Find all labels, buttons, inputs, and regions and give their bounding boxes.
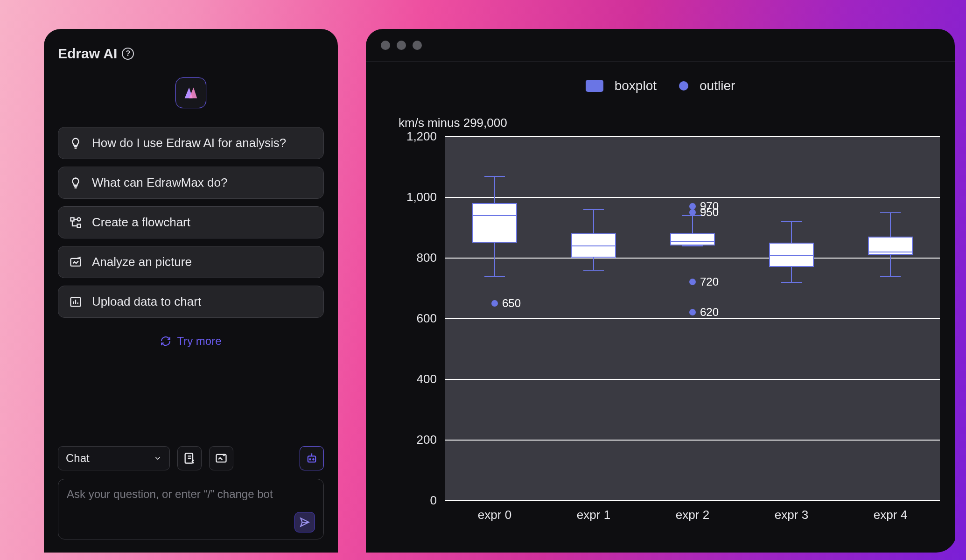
boxplot-4 (868, 136, 913, 500)
outlier-label: 720 (700, 275, 719, 288)
suggestion-label: What can EdrawMax do? (92, 175, 227, 190)
legend-label-outlier: outlier (700, 78, 735, 93)
legend-swatch-outlier (679, 81, 688, 91)
chart-upload-icon (69, 295, 83, 309)
suggestion-flowchart[interactable]: Create a flowchart (58, 206, 324, 238)
boxplot-3 (769, 136, 814, 500)
x-tick: expr 2 (676, 508, 709, 522)
suggestion-label: Create a flowchart (92, 215, 190, 230)
x-tick: expr 3 (775, 508, 808, 522)
refresh-icon (160, 336, 171, 347)
boxplot-0 (472, 136, 517, 500)
traffic-light-min[interactable] (397, 41, 406, 50)
chat-placeholder: Ask your question, or enter “/” change b… (67, 488, 315, 501)
svg-point-8 (309, 459, 310, 460)
legend-swatch-boxplot (586, 80, 603, 92)
try-more-link[interactable]: Try more (58, 335, 324, 348)
y-axis-title: km/s minus 299,000 (399, 116, 507, 130)
y-tick: 1,000 (399, 190, 437, 204)
y-tick: 400 (399, 372, 437, 386)
sidebar-title: Edraw AI ? (58, 46, 324, 62)
chat-input[interactable]: Ask your question, or enter “/” change b… (58, 479, 324, 539)
outlier-point (689, 209, 696, 216)
new-doc-button[interactable] (177, 446, 202, 470)
mode-select[interactable]: Chat (58, 446, 170, 470)
bottom-toolbar: Chat (58, 446, 324, 470)
x-tick: expr 0 (478, 508, 511, 522)
legend-label-boxplot: boxplot (615, 78, 657, 93)
chevron-down-icon (154, 454, 162, 462)
x-tick: expr 4 (874, 508, 907, 522)
bot-button[interactable] (300, 446, 324, 470)
y-tick: 0 (399, 493, 437, 508)
outlier-point (689, 279, 696, 285)
window-titlebar (366, 29, 955, 62)
y-tick: 600 (399, 311, 437, 326)
chart-window: boxplot outlier km/s minus 299,000 02004… (366, 29, 955, 553)
suggestion-label: Analyze an picture (92, 255, 192, 269)
suggestion-upload-chart[interactable]: Upload data to chart (58, 286, 324, 318)
svg-point-2 (77, 217, 81, 221)
y-tick: 200 (399, 433, 437, 447)
picture-check-icon (69, 255, 83, 269)
traffic-light-close[interactable] (381, 41, 390, 50)
suggestion-analyze-picture[interactable]: Analyze an picture (58, 246, 324, 278)
lightbulb-icon (69, 176, 83, 190)
suggestion-list: How do I use Edraw AI for analysis? What… (58, 127, 324, 318)
flowchart-icon (69, 216, 83, 230)
lightbulb-icon (69, 136, 83, 150)
suggestion-label: How do I use Edraw AI for analysis? (92, 136, 286, 150)
outlier-label: 950 (700, 206, 719, 219)
app-logo (175, 77, 206, 108)
chart-legend: boxplot outlier (366, 78, 955, 93)
x-tick: expr 1 (577, 508, 610, 522)
help-icon[interactable]: ? (122, 48, 134, 60)
outlier-label: 650 (502, 297, 521, 310)
suggestion-analysis[interactable]: How do I use Edraw AI for analysis? (58, 127, 324, 159)
traffic-light-max[interactable] (413, 41, 422, 50)
y-tick: 1,200 (399, 129, 437, 144)
boxplot-1 (571, 136, 616, 500)
sidebar-title-text: Edraw AI (58, 46, 117, 62)
suggestion-label: Upload data to chart (92, 294, 201, 309)
suggestion-edrawmax[interactable]: What can EdrawMax do? (58, 167, 324, 199)
svg-rect-1 (77, 224, 81, 227)
svg-rect-0 (71, 217, 74, 221)
outlier-point (689, 203, 696, 210)
try-more-label: Try more (177, 335, 221, 348)
image-add-button[interactable] (209, 446, 233, 470)
outlier-point (491, 300, 498, 307)
mode-select-value: Chat (66, 452, 90, 465)
send-button[interactable] (294, 512, 315, 532)
ai-sidebar: Edraw AI ? How do I use Edraw AI for ana… (44, 29, 338, 553)
plot-area: 02004006008001,0001,200650970950720620 (445, 136, 940, 500)
svg-point-9 (313, 459, 314, 460)
outlier-point (689, 309, 696, 315)
y-tick: 800 (399, 251, 437, 265)
outlier-label: 620 (700, 306, 719, 319)
